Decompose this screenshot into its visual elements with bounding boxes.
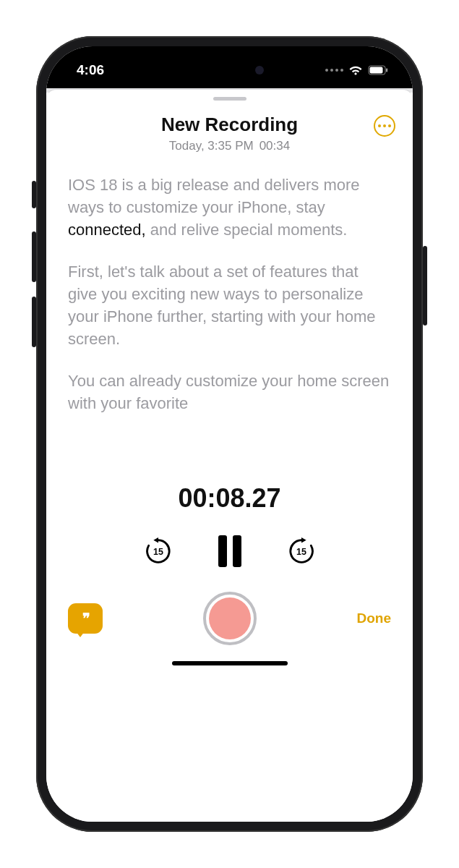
battery-icon bbox=[368, 65, 388, 75]
record-button[interactable] bbox=[203, 592, 257, 645]
transcript-area[interactable]: IOS 18 is a big release and delivers mor… bbox=[46, 159, 413, 470]
recording-subtitle: Today, 3:35 PM00:34 bbox=[64, 139, 395, 153]
status-bar: 4:06 bbox=[46, 46, 413, 88]
bottom-toolbar: ❞ Done bbox=[46, 567, 413, 654]
transcript-current-word: connected, bbox=[68, 221, 146, 239]
recording-header: New Recording Today, 3:35 PM00:34 bbox=[46, 114, 413, 159]
svg-rect-1 bbox=[370, 67, 383, 74]
pause-button[interactable] bbox=[218, 535, 241, 567]
recording-duration: 00:34 bbox=[259, 139, 291, 153]
svg-text:15: 15 bbox=[296, 547, 306, 557]
skip-forward-button[interactable]: 15 bbox=[286, 536, 317, 566]
transcript-text: and relive special moments. bbox=[146, 221, 348, 239]
transcript-paragraph: First, let's talk about a set of feature… bbox=[68, 260, 391, 351]
recording-title: New Recording bbox=[64, 114, 395, 136]
skip-back-button[interactable]: 15 bbox=[143, 536, 173, 566]
phone-frame: 4:06 New Recording Today, 3:35 PM00:34 bbox=[36, 36, 423, 832]
cellular-icon bbox=[325, 69, 343, 72]
pause-icon bbox=[218, 535, 241, 567]
status-right bbox=[325, 65, 388, 76]
playback-timer: 00:08.27 bbox=[46, 483, 413, 514]
volume-down-button bbox=[32, 297, 36, 347]
status-time: 4:06 bbox=[77, 62, 104, 78]
skip-back-icon: 15 bbox=[143, 536, 173, 566]
transcript-paragraph: IOS 18 is a big release and delivers mor… bbox=[68, 174, 391, 242]
recording-sheet: New Recording Today, 3:35 PM00:34 IOS 18… bbox=[46, 90, 413, 822]
home-indicator[interactable] bbox=[172, 661, 288, 665]
dynamic-island bbox=[176, 57, 284, 83]
transcript-fade bbox=[46, 405, 413, 470]
transcript-button[interactable]: ❞ bbox=[68, 603, 103, 634]
svg-rect-2 bbox=[386, 69, 387, 72]
transcript-paragraph: You can already customize your home scre… bbox=[68, 370, 391, 414]
svg-text:15: 15 bbox=[153, 547, 163, 557]
record-icon bbox=[209, 597, 251, 639]
quote-icon: ❞ bbox=[82, 610, 89, 627]
wifi-icon bbox=[348, 65, 363, 76]
transcript-text: IOS 18 is a big release and delivers mor… bbox=[68, 176, 360, 216]
mute-switch bbox=[32, 181, 36, 208]
sheet-grabber[interactable] bbox=[213, 97, 246, 101]
volume-up-button bbox=[32, 231, 36, 282]
power-button bbox=[423, 246, 427, 326]
recording-date: Today, 3:35 PM bbox=[169, 139, 254, 153]
screen: 4:06 New Recording Today, 3:35 PM00:34 bbox=[46, 46, 413, 822]
playback-controls: 15 15 bbox=[46, 535, 413, 567]
more-options-button[interactable] bbox=[374, 115, 395, 137]
skip-forward-icon: 15 bbox=[286, 536, 317, 566]
done-button[interactable]: Done bbox=[356, 610, 391, 626]
